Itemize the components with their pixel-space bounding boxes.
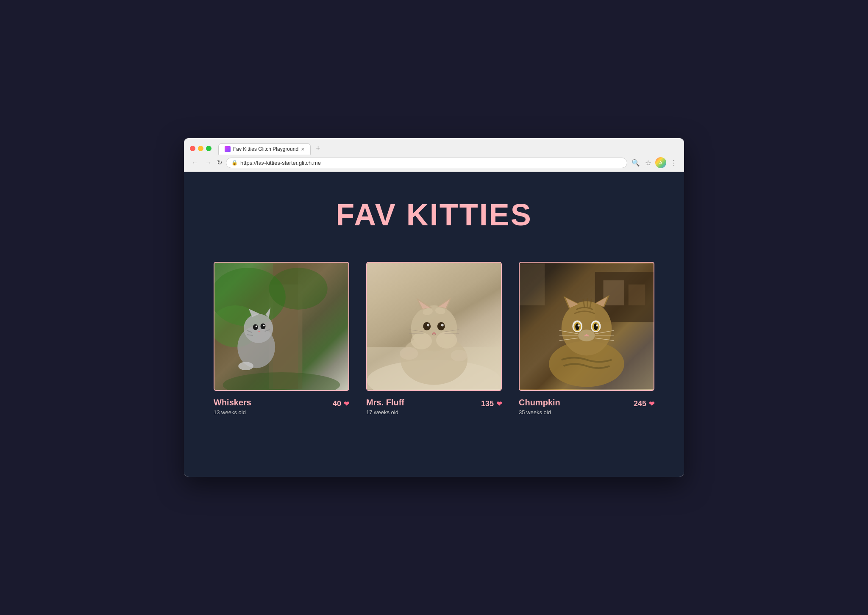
kitty-card-2: Mrs. Fluff 17 weeks old 135 ❤ bbox=[366, 262, 502, 416]
mrsfluff-count: 135 bbox=[481, 399, 494, 408]
kitty-info-chumpkin: Chumpkin 35 weeks old 245 ❤ bbox=[519, 398, 654, 416]
svg-point-13 bbox=[263, 324, 265, 326]
kitty-favorites-chumpkin[interactable]: 245 ❤ bbox=[634, 399, 654, 408]
forward-button[interactable]: → bbox=[203, 158, 214, 167]
svg-point-64 bbox=[596, 324, 598, 327]
svg-point-26 bbox=[411, 332, 432, 349]
active-tab[interactable]: Fav Kitties Glitch Playground × bbox=[218, 143, 311, 155]
refresh-button[interactable]: ↻ bbox=[217, 159, 223, 166]
kitty-age-mrsfluff: 17 weeks old bbox=[366, 409, 404, 416]
svg-point-66 bbox=[578, 330, 595, 341]
kitty-details-chumpkin: Chumpkin 35 weeks old bbox=[519, 398, 560, 416]
profile-avatar[interactable]: A bbox=[655, 157, 666, 168]
svg-point-11 bbox=[261, 323, 266, 329]
svg-rect-46 bbox=[629, 285, 645, 305]
title-bar: Fav Kitties Glitch Playground × + bbox=[184, 138, 684, 155]
svg-point-12 bbox=[256, 325, 257, 327]
heart-icon-chumpkin: ❤ bbox=[649, 400, 654, 408]
svg-point-27 bbox=[436, 332, 457, 349]
kitty-photo-3 bbox=[520, 263, 654, 390]
svg-point-62 bbox=[594, 323, 598, 330]
whiskers-count: 40 bbox=[333, 399, 341, 408]
svg-point-33 bbox=[437, 322, 445, 331]
svg-point-4 bbox=[269, 268, 327, 310]
kitty-card-3: Chumpkin 35 weeks old 245 ❤ bbox=[519, 262, 654, 416]
kitty-details-mrsfluff: Mrs. Fluff 17 weeks old bbox=[366, 398, 404, 416]
kitty-age-chumpkin: 35 weeks old bbox=[519, 409, 560, 416]
svg-rect-47 bbox=[520, 263, 545, 305]
kitty-photo-1 bbox=[214, 263, 348, 390]
page-title: FAV KITTIES bbox=[336, 197, 532, 232]
maximize-traffic-light[interactable] bbox=[206, 146, 211, 151]
svg-point-35 bbox=[441, 324, 444, 326]
kitty-card-1: Whiskers 13 weeks old 40 ❤ bbox=[214, 262, 349, 416]
heart-icon-whiskers: ❤ bbox=[344, 400, 349, 408]
svg-point-7 bbox=[244, 314, 273, 343]
kitty-details-whiskers: Whiskers 13 weeks old bbox=[214, 398, 251, 416]
svg-point-34 bbox=[427, 324, 429, 326]
kitty-favorites-mrsfluff[interactable]: 135 ❤ bbox=[481, 399, 502, 408]
kitty-info-whiskers: Whiskers 13 weeks old 40 ❤ bbox=[214, 398, 349, 416]
traffic-lights bbox=[190, 146, 211, 151]
page-content: FAV KITTIES bbox=[184, 172, 684, 477]
address-bar[interactable]: 🔒 https://fav-kitties-starter.glitch.me bbox=[226, 158, 627, 168]
kitty-image-whiskers[interactable] bbox=[214, 262, 349, 391]
bookmark-button[interactable]: ☆ bbox=[644, 158, 652, 168]
svg-point-22 bbox=[400, 347, 418, 360]
svg-point-63 bbox=[578, 324, 580, 327]
back-button[interactable]: ← bbox=[190, 158, 200, 167]
tab-close-button[interactable]: × bbox=[301, 146, 304, 152]
toolbar-right: 🔍 ☆ A ⋮ bbox=[631, 157, 678, 168]
kitty-name-chumpkin: Chumpkin bbox=[519, 398, 560, 407]
search-button[interactable]: 🔍 bbox=[631, 158, 641, 168]
minimize-traffic-light[interactable] bbox=[198, 146, 203, 151]
svg-point-15 bbox=[238, 362, 253, 370]
svg-point-5 bbox=[223, 372, 340, 390]
tab-title: Fav Kitties Glitch Playground bbox=[233, 146, 298, 152]
svg-point-61 bbox=[575, 323, 579, 330]
kitty-photo-2 bbox=[367, 263, 501, 390]
chumpkin-count: 245 bbox=[634, 399, 646, 408]
tab-favicon bbox=[225, 146, 231, 152]
kitty-name-whiskers: Whiskers bbox=[214, 398, 251, 407]
url-text: https://fav-kitties-starter.glitch.me bbox=[240, 160, 321, 166]
more-menu-button[interactable]: ⋮ bbox=[670, 158, 678, 168]
lock-icon: 🔒 bbox=[231, 160, 238, 166]
browser-window: Fav Kitties Glitch Playground × + ← → ↻ … bbox=[184, 138, 684, 477]
kitties-grid: Whiskers 13 weeks old 40 ❤ bbox=[205, 262, 663, 416]
svg-point-23 bbox=[451, 350, 468, 362]
heart-icon-mrsfluff: ❤ bbox=[496, 400, 502, 408]
kitty-info-mrsfluff: Mrs. Fluff 17 weeks old 135 ❤ bbox=[366, 398, 502, 416]
svg-point-49 bbox=[562, 301, 612, 355]
svg-point-10 bbox=[253, 324, 258, 330]
kitty-image-chumpkin[interactable] bbox=[519, 262, 654, 391]
kitty-age-whiskers: 13 weeks old bbox=[214, 409, 251, 416]
address-bar-row: ← → ↻ 🔒 https://fav-kitties-starter.glit… bbox=[184, 155, 684, 172]
svg-point-32 bbox=[423, 322, 431, 331]
close-traffic-light[interactable] bbox=[190, 146, 195, 151]
kitty-favorites-whiskers[interactable]: 40 ❤ bbox=[333, 399, 349, 408]
browser-chrome: Fav Kitties Glitch Playground × + ← → ↻ … bbox=[184, 138, 684, 172]
kitty-name-mrsfluff: Mrs. Fluff bbox=[366, 398, 404, 407]
tab-bar: Fav Kitties Glitch Playground × + bbox=[218, 142, 678, 155]
kitty-image-mrsfluff[interactable] bbox=[366, 262, 502, 391]
new-tab-button[interactable]: + bbox=[312, 142, 324, 155]
